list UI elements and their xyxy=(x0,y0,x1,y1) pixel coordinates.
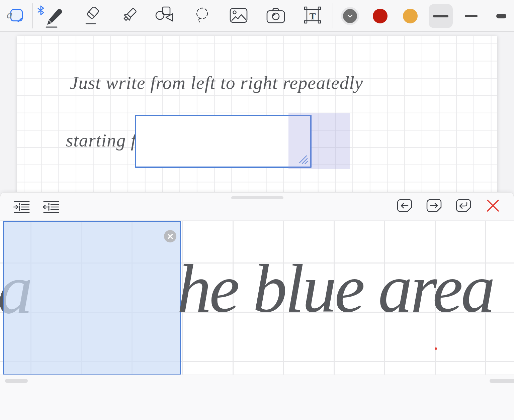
lasso-tool-button[interactable] xyxy=(193,6,211,26)
eraser-icon xyxy=(83,6,101,26)
focus-area-close-button[interactable] xyxy=(164,230,176,242)
return-arrow-icon xyxy=(456,199,471,212)
magnified-writing-area[interactable]: a he blue area xyxy=(0,220,514,375)
close-panel-button[interactable] xyxy=(486,199,500,212)
pen-tool-button[interactable] xyxy=(36,2,67,29)
current-color-swatch xyxy=(343,9,357,23)
stroke-width-thin-button[interactable] xyxy=(465,15,478,17)
stroke-width-thick-button[interactable] xyxy=(496,14,506,18)
shapes-icon xyxy=(154,6,175,26)
zoom-window-icon-slash xyxy=(17,18,22,22)
camera-tool-button[interactable] xyxy=(266,6,285,26)
pen-cursor-dot xyxy=(435,347,437,350)
scroll-indicator-right[interactable] xyxy=(490,379,514,383)
arrow-left-box-icon xyxy=(397,199,412,212)
move-back-button[interactable] xyxy=(397,199,413,213)
note-canvas: Just write from left to right repeatedly… xyxy=(0,32,514,193)
lasso-icon xyxy=(193,6,211,26)
top-toolbar: a xyxy=(0,0,514,32)
indent-right-button[interactable] xyxy=(12,199,31,215)
indent-left-button[interactable] xyxy=(42,199,61,215)
zoom-target-box[interactable] xyxy=(135,115,312,168)
current-color-button[interactable] xyxy=(341,7,359,25)
highlighter-tool-button[interactable] xyxy=(119,6,138,26)
chevron-down-icon xyxy=(347,14,353,18)
zoom-window-icon-letter: a xyxy=(7,9,12,20)
stroke-width-medium-bar xyxy=(433,15,448,17)
bluetooth-icon xyxy=(38,6,44,15)
arrow-right-box-icon xyxy=(426,199,442,212)
image-icon xyxy=(229,6,248,26)
pen-icon xyxy=(36,2,67,29)
writing-focus-area[interactable] xyxy=(3,221,181,375)
red-color-swatch[interactable] xyxy=(373,9,388,23)
toolbar-divider xyxy=(333,3,333,28)
text-tool-button[interactable]: T xyxy=(303,6,322,26)
close-icon xyxy=(167,233,173,239)
scroll-indicator-left[interactable] xyxy=(5,379,28,383)
camera-icon xyxy=(266,6,285,26)
image-tool-button[interactable] xyxy=(229,6,248,26)
toolbar-divider xyxy=(32,3,33,28)
note-page[interactable]: Just write from left to right repeatedly… xyxy=(17,36,497,193)
eraser-tool-button[interactable] xyxy=(83,6,101,26)
indent-right-icon xyxy=(13,200,30,214)
close-icon xyxy=(486,200,500,212)
highlighter-icon xyxy=(119,6,138,26)
zoom-writing-panel: a he blue area xyxy=(0,192,514,420)
shapes-tool-button[interactable] xyxy=(154,6,175,26)
text-tool-glyph: T xyxy=(303,11,322,22)
indent-left-icon xyxy=(43,200,60,214)
orange-color-swatch[interactable] xyxy=(403,9,418,23)
advance-preview-area xyxy=(288,113,350,169)
new-line-button[interactable] xyxy=(455,199,472,213)
app-screen: a xyxy=(0,0,514,420)
magnified-handwriting: he blue area xyxy=(177,254,493,323)
handwriting-line-1: Just write from left to right repeatedly xyxy=(70,72,363,94)
stroke-width-medium-button[interactable] xyxy=(429,4,453,28)
zoom-window-tool-button[interactable]: a xyxy=(7,9,23,23)
panel-drag-handle[interactable] xyxy=(231,196,283,199)
move-forward-button[interactable] xyxy=(426,199,442,213)
